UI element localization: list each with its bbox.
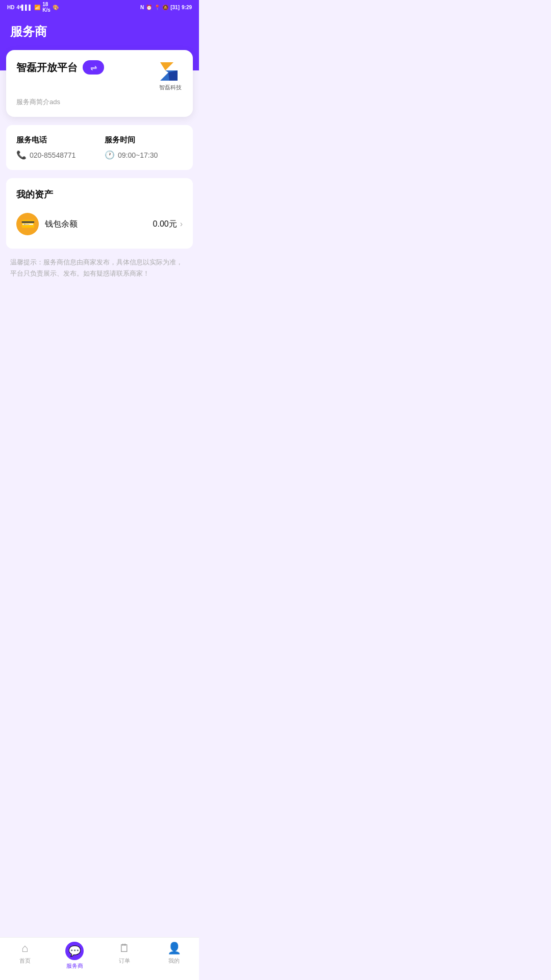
- platform-description: 服务商简介ads: [16, 97, 183, 107]
- status-time: 9:29: [182, 5, 192, 10]
- card-header: 智磊开放平台 ⇌ 智磊科技: [16, 60, 183, 91]
- service-time-item: 服务时间 🕐 09:00~17:30: [105, 135, 183, 160]
- page-title: 服务商: [10, 23, 189, 40]
- platform-info: 智磊开放平台 ⇌: [16, 60, 104, 75]
- swap-badge[interactable]: ⇌: [83, 60, 104, 75]
- status-alarm: ⏰: [146, 5, 152, 10]
- status-signal: 4ᵍ▌▌▌: [16, 5, 32, 10]
- status-nfc: N: [140, 5, 144, 10]
- phone-icon: 📞: [16, 150, 27, 160]
- status-location: 📍: [154, 5, 160, 10]
- wallet-left: 💳 钱包余额: [16, 213, 78, 235]
- card-title-section: 智磊开放平台 ⇌: [16, 60, 104, 75]
- svg-marker-0: [160, 62, 173, 70]
- phone-value[interactable]: 020-85548771: [30, 151, 76, 159]
- status-right: N ⏰ 📍 🔕 [31] 9:29: [140, 5, 192, 10]
- assets-section: 我的资产 💳 钱包余额 0.00元 ›: [6, 178, 193, 249]
- time-value-row: 🕐 09:00~17:30: [105, 150, 183, 160]
- phone-value-row: 📞 020-85548771: [16, 150, 94, 160]
- status-app-icon: 🎨: [53, 5, 59, 10]
- status-left: HD 4ᵍ▌▌▌ 📶 18K/s 🎨: [7, 2, 59, 13]
- status-bar: HD 4ᵍ▌▌▌ 📶 18K/s 🎨 N ⏰ 📍 🔕 [31] 9:29: [0, 0, 199, 14]
- wallet-icon: 💳: [21, 217, 35, 231]
- brand-logo-image: [158, 60, 183, 83]
- clock-icon: 🕐: [105, 150, 115, 160]
- platform-name: 智磊开放平台: [16, 61, 78, 75]
- status-mute: 🔕: [162, 5, 168, 10]
- time-value: 09:00~17:30: [118, 151, 158, 159]
- notice-text: 温馨提示：服务商信息由商家发布，具体信息以实际为准，平台只负责展示、发布。如有疑…: [10, 257, 189, 279]
- swap-icon: ⇌: [90, 63, 97, 72]
- service-provider-card: 智磊开放平台 ⇌ 智磊科技 服务商简介ads: [6, 50, 193, 117]
- assets-title: 我的资产: [16, 188, 183, 201]
- phone-label: 服务电话: [16, 135, 94, 145]
- wallet-label: 钱包余额: [45, 219, 78, 230]
- time-label: 服务时间: [105, 135, 183, 145]
- brand-logo: 智磊科技: [158, 60, 183, 91]
- status-wifi: 📶: [34, 5, 40, 10]
- wallet-icon-wrap: 💳: [16, 213, 39, 235]
- service-row: 服务电话 📞 020-85548771 服务时间 🕐 09:00~17:30: [16, 135, 183, 160]
- wallet-row[interactable]: 💳 钱包余额 0.00元 ›: [16, 210, 183, 238]
- service-phone-item: 服务电话 📞 020-85548771: [16, 135, 94, 160]
- wallet-amount: 0.00元: [153, 219, 177, 230]
- status-hd: HD: [7, 5, 14, 10]
- notice-section: 温馨提示：服务商信息由商家发布，具体信息以实际为准，平台只负责展示、发布。如有疑…: [6, 257, 193, 279]
- status-speed: 18K/s: [42, 2, 51, 13]
- service-info-section: 服务电话 📞 020-85548771 服务时间 🕐 09:00~17:30: [6, 125, 193, 170]
- status-battery: [31]: [170, 5, 180, 10]
- brand-name: 智磊科技: [159, 84, 182, 91]
- chevron-right-icon: ›: [180, 219, 183, 229]
- wallet-right: 0.00元 ›: [153, 219, 183, 230]
